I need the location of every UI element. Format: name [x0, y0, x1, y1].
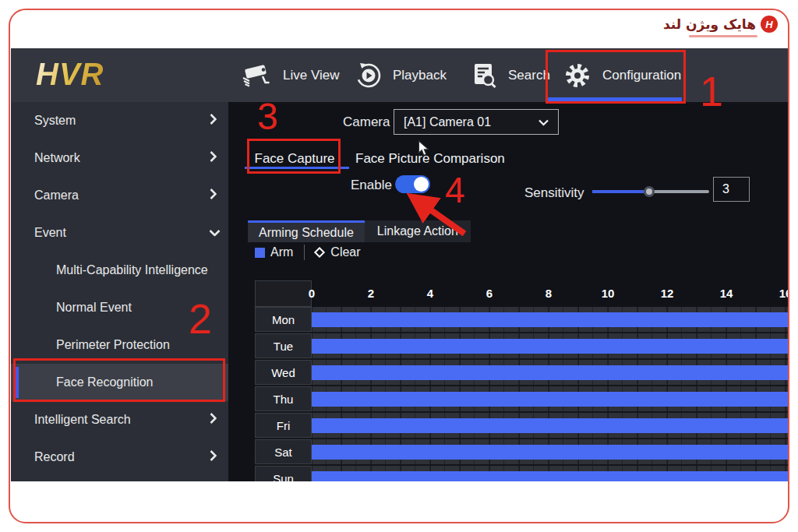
- schedule-row-wed: Wed: [255, 360, 788, 386]
- playback-icon: [355, 62, 383, 90]
- nav-playback-label: Playback: [393, 68, 447, 83]
- schedule-row-thu: Thu: [255, 386, 788, 413]
- site-logo-badge-icon: H: [761, 16, 778, 33]
- search-document-icon: [470, 62, 498, 90]
- schedule-row-mon: Mon: [255, 307, 788, 333]
- site-logo-tagline: [689, 35, 757, 37]
- armed-period-bar[interactable]: [312, 365, 788, 380]
- chevron-right-icon: [210, 413, 217, 427]
- chevron-right-icon: [210, 114, 217, 128]
- day-label: Wed: [255, 360, 312, 385]
- sidebar-item-label: Camera: [34, 188, 79, 203]
- hour-tick: 6: [486, 287, 493, 300]
- nav-live-view[interactable]: Live View: [242, 48, 339, 102]
- chevron-down-icon: [538, 115, 549, 129]
- annotation-step2-number: 2: [189, 298, 212, 340]
- chevron-right-icon: [210, 188, 217, 203]
- sidebar-item-system[interactable]: System: [11, 102, 228, 139]
- sidebar-item-label: Multi-Capability Intelligence: [56, 263, 208, 277]
- arm-swatch-icon: [255, 248, 265, 258]
- hvr-app-window: HVR Live View: [11, 48, 788, 481]
- clear-button[interactable]: Clear: [330, 245, 360, 259]
- cctv-camera-icon: [242, 62, 273, 89]
- sidebar-item-network[interactable]: Network: [11, 139, 228, 177]
- hour-tick: 12: [661, 287, 674, 300]
- hour-tick: 0: [309, 287, 315, 300]
- schedule-row-sat: Sat: [255, 439, 788, 466]
- sensitivity-label: Sensitivity: [524, 185, 584, 201]
- sensitivity-slider-fill: [592, 190, 649, 193]
- enable-label: Enable: [351, 178, 392, 193]
- nav-live-view-label: Live View: [283, 68, 339, 83]
- screenshot-page: هایک ویژن لند H HVR Live: [0, 0, 798, 532]
- sidebar-item-camera[interactable]: Camera: [11, 177, 228, 214]
- sidebar-item-label: Normal Event: [56, 301, 132, 315]
- hours-header-row: 0 2 4 6 8 10 12 14 16: [255, 280, 788, 307]
- nav-search[interactable]: Search: [470, 48, 550, 102]
- sidebar-menu: System Network Camera Event: [11, 102, 228, 481]
- hour-tick: 2: [368, 287, 374, 300]
- armed-period-bar[interactable]: [312, 418, 788, 433]
- sidebar-item-label: System: [34, 114, 76, 128]
- day-label: Thu: [255, 386, 312, 411]
- camera-label: Camera: [343, 115, 390, 130]
- day-label: Fri: [255, 413, 312, 438]
- sensitivity-slider-handle[interactable]: [644, 186, 655, 197]
- schedule-track[interactable]: [312, 413, 788, 438]
- annotation-step3-box: [247, 139, 341, 174]
- hvr-brand-logo: HVR: [36, 57, 104, 92]
- nav-search-label: Search: [508, 68, 550, 83]
- sidebar-item-label: Event: [34, 226, 66, 240]
- schedule-toolbar: Arm Clear: [255, 245, 361, 260]
- site-logo: هایک ویژن لند H: [663, 16, 778, 33]
- site-logo-text: هایک ویژن لند: [663, 16, 756, 32]
- camera-dropdown[interactable]: [A1] Camera 01: [394, 109, 559, 135]
- toolbar-divider: [304, 245, 305, 260]
- day-label: Mon: [255, 307, 312, 332]
- schedule-track[interactable]: [312, 386, 788, 411]
- annotation-step3-number: 3: [257, 98, 278, 136]
- sidebar-item-label: Intelligent Search: [34, 413, 131, 427]
- sensitivity-value-field[interactable]: 3: [713, 177, 750, 202]
- armed-period-bar[interactable]: [312, 312, 788, 327]
- hour-tick: 16: [779, 287, 788, 300]
- eraser-icon: [314, 247, 325, 258]
- day-label: Sat: [255, 439, 312, 464]
- nav-playback[interactable]: Playback: [355, 48, 447, 102]
- sensitivity-slider-track[interactable]: [592, 190, 709, 193]
- hours-header-corner: [255, 280, 312, 307]
- armed-period-bar[interactable]: [312, 445, 788, 460]
- sidebar-item-multi-capability-intelligence[interactable]: Multi-Capability Intelligence: [11, 252, 228, 289]
- sidebar-item-label: Perimeter Protection: [56, 338, 170, 352]
- annotation-step2-box: [13, 358, 225, 402]
- armed-period-bar[interactable]: [312, 392, 788, 407]
- sidebar-item-event[interactable]: Event: [11, 214, 228, 252]
- hour-tick: 4: [427, 287, 433, 300]
- schedule-track[interactable]: [312, 360, 788, 385]
- arm-button[interactable]: Arm: [270, 245, 293, 259]
- armed-period-bar[interactable]: [312, 471, 788, 481]
- schedule-track[interactable]: [312, 333, 788, 358]
- hour-tick: 8: [546, 287, 552, 300]
- sidebar-item-label: Record: [34, 450, 75, 464]
- tab-arming-schedule[interactable]: Arming Schedule: [248, 220, 365, 242]
- day-label: Tue: [255, 333, 312, 358]
- schedule-track[interactable]: [312, 466, 788, 481]
- annotation-step1-number: 1: [700, 70, 723, 112]
- sidebar-item-record[interactable]: Record: [11, 439, 228, 476]
- arming-schedule-grid: 0 2 4 6 8 10 12 14 16 Mon Tue Wed: [255, 280, 788, 481]
- schedule-row-sun: Sun: [255, 466, 788, 481]
- hour-tick: 10: [602, 287, 615, 300]
- day-label: Sun: [255, 466, 312, 481]
- schedule-track[interactable]: [312, 439, 788, 464]
- camera-dropdown-value: [A1] Camera 01: [404, 115, 491, 129]
- schedule-track[interactable]: [312, 307, 788, 332]
- sidebar-item-label: Network: [34, 151, 80, 165]
- schedule-row-fri: Fri: [255, 413, 788, 439]
- annotation-step4-arrow: [393, 184, 471, 238]
- sidebar-item-intelligent-search[interactable]: Intelligent Search: [11, 401, 228, 439]
- chevron-right-icon: [210, 450, 217, 464]
- chevron-down-icon: [207, 230, 221, 237]
- chevron-right-icon: [210, 151, 217, 165]
- armed-period-bar[interactable]: [312, 339, 788, 354]
